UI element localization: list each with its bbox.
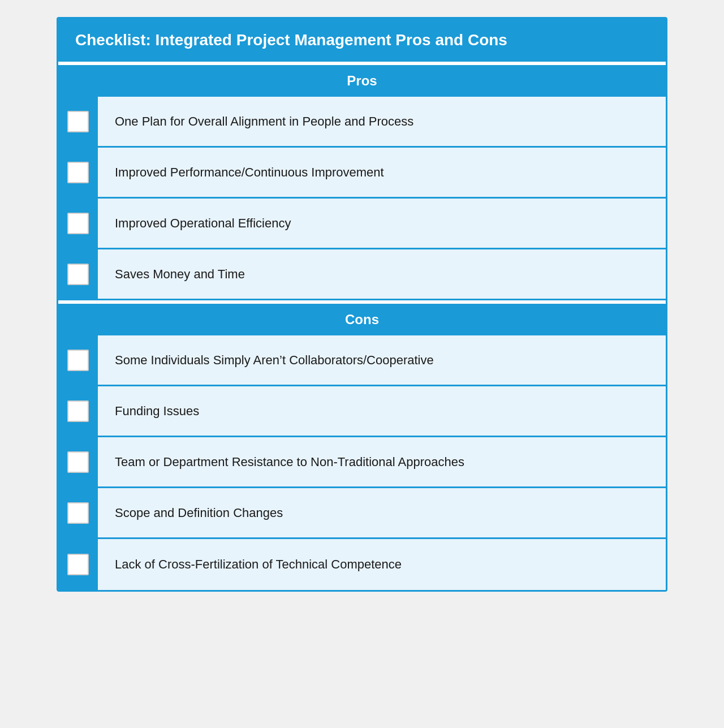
pros-item-3: Improved Operational Efficiency [58, 199, 666, 249]
checkbox-cell [58, 437, 98, 486]
pros-item-1-text: One Plan for Overall Alignment in People… [98, 103, 430, 140]
main-title: Checklist: Integrated Project Management… [58, 19, 666, 62]
checkbox-cons-3[interactable] [67, 451, 89, 473]
checkbox-cell [58, 539, 98, 590]
checkbox-cell [58, 97, 98, 146]
cons-item-3-text: Team or Department Resistance to Non-Tra… [98, 443, 481, 481]
checkbox-pros-2[interactable] [67, 162, 89, 183]
pros-item-4: Saves Money and Time [58, 249, 666, 300]
checkbox-pros-1[interactable] [67, 111, 89, 132]
cons-item-1: Some Individuals Simply Aren’t Collabora… [58, 335, 666, 386]
pros-item-1: One Plan for Overall Alignment in People… [58, 97, 666, 148]
cons-section-header: Cons [58, 304, 666, 335]
checkbox-cell [58, 249, 98, 299]
checkbox-cell [58, 335, 98, 385]
pros-section-header: Pros [58, 65, 666, 97]
checkbox-cell [58, 148, 98, 197]
cons-item-5-text: Lack of Cross-Fertilization of Technical… [98, 546, 419, 583]
checkbox-cell [58, 488, 98, 537]
checkbox-cons-5[interactable] [67, 554, 89, 575]
cons-item-2: Funding Issues [58, 386, 666, 437]
pros-item-2-text: Improved Performance/Continuous Improvem… [98, 154, 401, 191]
checkbox-pros-3[interactable] [67, 213, 89, 234]
cons-item-2-text: Funding Issues [98, 393, 216, 430]
checkbox-cell [58, 199, 98, 248]
checkbox-cell [58, 386, 98, 436]
pros-item-3-text: Improved Operational Efficiency [98, 205, 308, 242]
cons-item-1-text: Some Individuals Simply Aren’t Collabora… [98, 342, 451, 379]
checkbox-pros-4[interactable] [67, 264, 89, 285]
cons-item-3: Team or Department Resistance to Non-Tra… [58, 437, 666, 488]
checkbox-cons-4[interactable] [67, 502, 89, 524]
checkbox-cons-2[interactable] [67, 400, 89, 422]
cons-item-4: Scope and Definition Changes [58, 488, 666, 539]
checklist-container: Checklist: Integrated Project Management… [57, 17, 667, 592]
cons-item-4-text: Scope and Definition Changes [98, 494, 300, 532]
checkbox-cons-1[interactable] [67, 350, 89, 371]
pros-item-4-text: Saves Money and Time [98, 256, 262, 293]
cons-item-5: Lack of Cross-Fertilization of Technical… [58, 539, 666, 590]
pros-item-2: Improved Performance/Continuous Improvem… [58, 148, 666, 199]
